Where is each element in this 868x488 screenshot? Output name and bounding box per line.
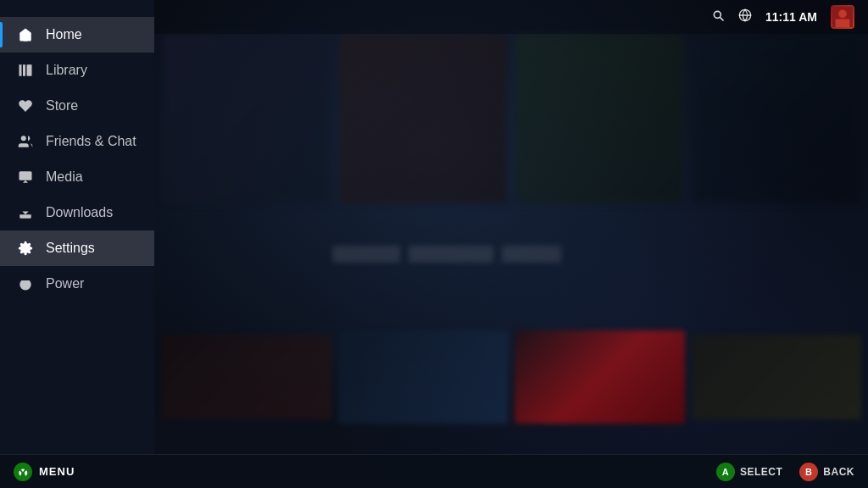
store-icon <box>17 97 34 114</box>
friends-icon <box>17 133 34 150</box>
svg-rect-8 <box>19 171 32 180</box>
sidebar-item-media[interactable]: Media <box>0 159 154 195</box>
sidebar: Home Library Store Friends & Chat Media … <box>0 0 154 454</box>
media-icon <box>17 169 34 186</box>
svg-rect-5 <box>23 64 25 76</box>
back-label: BACK <box>823 466 854 478</box>
bottombar: MENU A SELECT B BACK <box>0 454 868 488</box>
clock: 11:11 AM <box>765 10 817 24</box>
search-icon[interactable] <box>711 8 725 25</box>
b-button[interactable]: B <box>799 463 818 481</box>
select-label: SELECT <box>740 466 782 478</box>
store-label: Store <box>46 98 78 114</box>
bottombar-right: A SELECT B BACK <box>716 463 854 481</box>
bottombar-left: MENU <box>14 463 75 481</box>
svg-rect-4 <box>19 64 22 76</box>
a-button[interactable]: A <box>716 463 735 481</box>
sidebar-item-home[interactable]: Home <box>0 17 154 53</box>
downloads-label: Downloads <box>46 205 113 220</box>
globe-icon[interactable] <box>738 8 752 25</box>
back-hint: B BACK <box>799 463 854 481</box>
avatar[interactable] <box>831 5 854 29</box>
xbox-logo[interactable] <box>14 463 32 481</box>
media-label: Media <box>46 169 83 185</box>
settings-icon <box>17 240 34 257</box>
sidebar-item-power[interactable]: Power <box>0 266 154 302</box>
background-content <box>154 0 868 488</box>
power-label: Power <box>46 276 84 291</box>
top-cards <box>154 34 868 203</box>
middle-labels <box>324 246 868 271</box>
topbar: 11:11 AM <box>154 0 868 34</box>
library-icon <box>17 62 34 79</box>
svg-point-7 <box>21 136 26 141</box>
sidebar-item-store[interactable]: Store <box>0 88 154 124</box>
sidebar-item-library[interactable]: Library <box>0 53 154 88</box>
svg-point-2 <box>838 10 847 19</box>
downloads-icon <box>17 204 34 221</box>
select-hint: A SELECT <box>716 463 782 481</box>
sidebar-item-settings[interactable]: Settings <box>0 230 154 266</box>
home-label: Home <box>46 27 82 42</box>
sidebar-item-friends[interactable]: Friends & Chat <box>0 124 154 159</box>
settings-label: Settings <box>46 241 95 256</box>
sidebar-item-downloads[interactable]: Downloads <box>0 195 154 230</box>
bottom-cards <box>154 330 868 432</box>
power-icon <box>17 275 34 292</box>
home-icon <box>17 26 34 43</box>
svg-rect-6 <box>27 64 32 76</box>
svg-rect-3 <box>836 19 850 27</box>
library-label: Library <box>46 63 87 78</box>
menu-label: MENU <box>39 465 75 478</box>
friends-label: Friends & Chat <box>46 134 136 149</box>
